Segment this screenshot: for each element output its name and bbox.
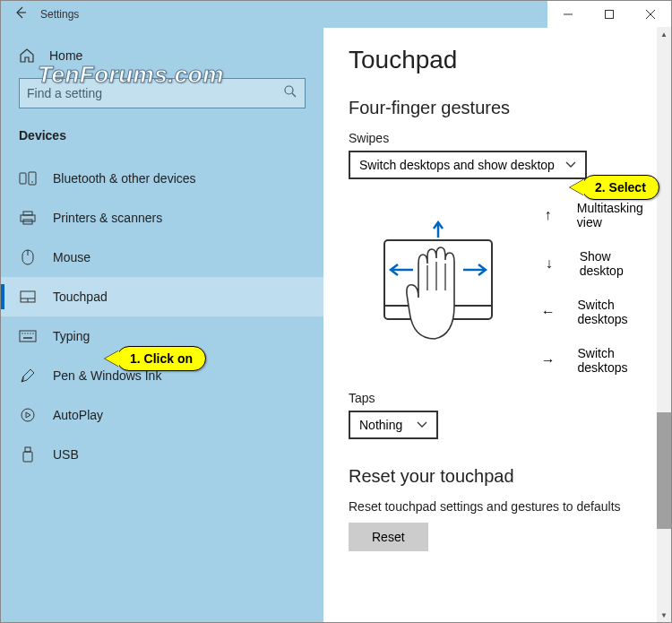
legend-text: Switch desktops: [578, 298, 658, 326]
legend-row-left: ← Switch desktops: [540, 298, 657, 326]
taps-dropdown-value: Nothing: [359, 418, 402, 432]
svg-rect-17: [20, 331, 36, 342]
svg-point-22: [32, 333, 33, 333]
gesture-legend: ↑ Multitasking view ↓ Show desktop ← Swi…: [540, 201, 657, 375]
maximize-button[interactable]: [589, 1, 630, 28]
section-title: Four-finger gestures: [349, 98, 657, 118]
scrollbar[interactable]: ▲ ▼: [657, 27, 671, 622]
sidebar-item-label: AutoPlay: [53, 408, 103, 422]
svg-point-21: [30, 333, 30, 333]
search-icon: [283, 84, 297, 102]
printer-icon: [19, 210, 37, 226]
sidebar-item-usb[interactable]: USB: [1, 435, 323, 474]
taps-dropdown[interactable]: Nothing: [349, 411, 438, 439]
legend-row-down: ↓ Show desktop: [540, 249, 657, 278]
chevron-down-icon: [565, 159, 576, 171]
arrow-up-icon: ↑: [540, 207, 556, 223]
search-placeholder: Find a setting: [27, 86, 102, 100]
sidebar-item-touchpad[interactable]: Touchpad: [1, 277, 323, 316]
mouse-icon: [19, 249, 37, 265]
gesture-area: ↑ Multitasking view ↓ Show desktop ← Swi…: [375, 201, 657, 375]
home-nav[interactable]: Home: [1, 39, 323, 73]
legend-text: Multitasking view: [577, 201, 657, 229]
sidebar-item-bluetooth[interactable]: Bluetooth & other devices: [1, 159, 323, 198]
keyboard-icon: [19, 328, 37, 344]
sidebar-item-printers[interactable]: Printers & scanners: [1, 198, 323, 238]
svg-point-24: [22, 409, 34, 421]
usb-icon: [19, 446, 37, 463]
svg-rect-1: [606, 11, 614, 19]
svg-rect-7: [29, 172, 36, 185]
svg-line-5: [292, 93, 296, 97]
svg-point-20: [27, 333, 28, 333]
window-title: Settings: [40, 8, 79, 21]
svg-point-8: [31, 181, 33, 183]
sidebar-item-label: Printers & scanners: [53, 211, 162, 225]
window-controls: [547, 1, 671, 28]
legend-text: Switch desktops: [578, 346, 658, 375]
category-header: Devices: [1, 125, 323, 159]
back-button[interactable]: [13, 5, 28, 23]
titlebar: Settings: [1, 1, 671, 28]
scroll-down-button[interactable]: ▼: [657, 608, 671, 622]
touchpad-icon: [19, 289, 37, 305]
pen-icon: [19, 368, 37, 384]
arrow-down-icon: ↓: [540, 255, 558, 272]
annotation-callout-1: 1. Click on: [116, 346, 206, 371]
home-icon: [19, 48, 35, 64]
main-panel: Touchpad Four-finger gestures Swipes Swi…: [323, 28, 671, 622]
sidebar-item-label: USB: [53, 447, 79, 462]
scroll-thumb[interactable]: [657, 412, 671, 529]
sidebar-item-label: Bluetooth & other devices: [53, 171, 196, 186]
touchpad-illustration: [375, 221, 510, 355]
svg-rect-6: [20, 173, 26, 184]
content-area: Home Find a setting Devices Bluetooth & …: [1, 28, 671, 622]
search-input[interactable]: Find a setting: [19, 78, 306, 108]
svg-rect-25: [25, 447, 30, 452]
svg-rect-9: [23, 212, 32, 215]
arrow-left-icon: ←: [540, 304, 556, 320]
arrow-right-icon: →: [540, 352, 556, 368]
svg-point-19: [24, 333, 25, 333]
page-title: Touchpad: [349, 46, 657, 74]
taps-label: Taps: [349, 391, 657, 405]
sidebar: Home Find a setting Devices Bluetooth & …: [1, 28, 323, 622]
bluetooth-devices-icon: [19, 170, 37, 186]
autoplay-icon: [19, 407, 37, 423]
svg-rect-10: [21, 215, 35, 221]
legend-row-up: ↑ Multitasking view: [540, 201, 657, 229]
settings-window: Settings Home Find a setting: [0, 0, 672, 623]
reset-description: Reset touchpad settings and gestures to …: [349, 499, 657, 514]
sidebar-item-label: Touchpad: [53, 290, 108, 304]
svg-point-4: [285, 86, 293, 94]
swipes-dropdown-value: Switch desktops and show desktop: [359, 158, 555, 172]
nav-list: Bluetooth & other devices Printers & sca…: [1, 159, 323, 474]
svg-point-18: [22, 333, 22, 333]
sidebar-item-label: Typing: [53, 329, 90, 343]
minimize-button[interactable]: [547, 1, 589, 28]
annotation-callout-2: 2. Select: [582, 175, 659, 200]
reset-section: Reset your touchpad Reset touchpad setti…: [349, 466, 657, 551]
sidebar-item-autoplay[interactable]: AutoPlay: [1, 395, 323, 435]
reset-title: Reset your touchpad: [349, 466, 657, 487]
swipes-label: Swipes: [349, 131, 657, 145]
svg-rect-26: [23, 452, 32, 462]
legend-row-right: → Switch desktops: [540, 346, 657, 375]
home-label: Home: [49, 48, 82, 63]
sidebar-item-label: Mouse: [53, 250, 90, 264]
chevron-down-icon: [417, 419, 427, 431]
swipes-dropdown[interactable]: Switch desktops and show desktop: [349, 151, 587, 179]
close-button[interactable]: [630, 1, 671, 28]
sidebar-item-mouse[interactable]: Mouse: [1, 238, 323, 277]
legend-text: Show desktop: [580, 249, 657, 278]
reset-button[interactable]: Reset: [349, 523, 428, 551]
scroll-up-button[interactable]: ▲: [657, 27, 671, 41]
